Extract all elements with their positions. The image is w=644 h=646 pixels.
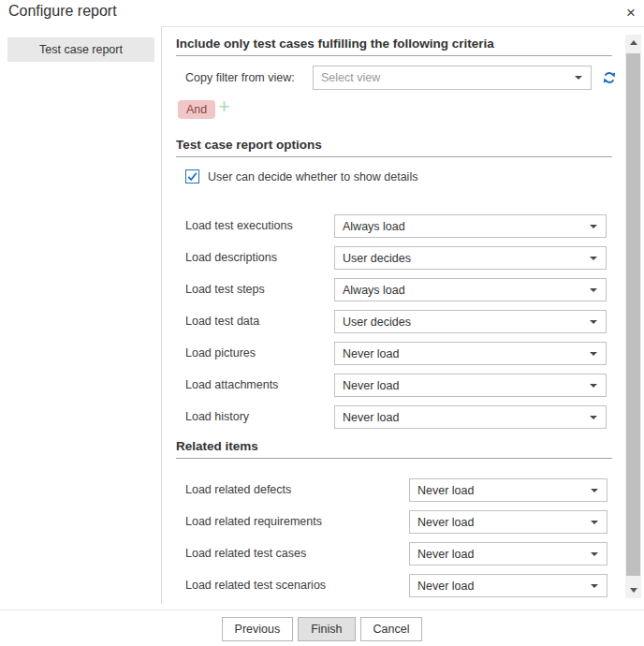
chevron-down-icon xyxy=(590,352,597,356)
sidebar-item-test-case-report[interactable]: Test case report xyxy=(7,37,154,62)
row-label: Load test steps xyxy=(185,278,265,301)
load-history-select[interactable]: Never load xyxy=(334,405,607,429)
select-value: Never load xyxy=(335,347,590,360)
load-attachments-row: Load attachments Never load xyxy=(176,374,612,397)
load-test-data-select[interactable]: User decides xyxy=(334,310,607,333)
load-pictures-row: Load pictures Never load xyxy=(176,342,612,365)
load-attachments-select[interactable]: Never load xyxy=(334,374,607,397)
refresh-icon[interactable] xyxy=(602,70,617,85)
load-descriptions-row: Load descriptions User decides xyxy=(176,246,612,270)
chevron-down-icon xyxy=(590,416,597,419)
chevron-down-icon xyxy=(591,489,598,492)
select-value: Never load xyxy=(410,548,591,561)
show-details-checkbox-row[interactable]: User can decide whether to show details xyxy=(185,169,417,184)
select-value: Always load xyxy=(335,284,590,297)
load-related-test-scenarios-select[interactable]: Never load xyxy=(409,574,607,597)
select-value: Never load xyxy=(410,516,591,529)
chevron-down-icon xyxy=(590,320,597,324)
load-test-executions-select[interactable]: Always load xyxy=(334,214,607,238)
chevron-down-icon xyxy=(590,384,597,388)
chevron-down-icon xyxy=(590,225,597,228)
load-pictures-select[interactable]: Never load xyxy=(334,342,607,365)
select-value: Never load xyxy=(410,580,591,593)
row-label: Load related defects xyxy=(185,478,291,502)
load-test-data-row: Load test data User decides xyxy=(176,310,612,333)
select-value: Always load xyxy=(335,220,590,233)
row-label: Load pictures xyxy=(185,342,256,365)
view-select[interactable]: Select view xyxy=(313,66,592,90)
chevron-down-icon xyxy=(575,76,582,80)
select-value: User decides xyxy=(335,316,590,329)
scroll-up-icon[interactable] xyxy=(625,35,641,51)
copy-filter-label: Copy filter from view: xyxy=(185,66,295,90)
row-label: Load descriptions xyxy=(185,246,277,270)
dialog-title: Configure report xyxy=(8,3,117,20)
load-test-steps-select[interactable]: Always load xyxy=(334,278,607,301)
scrollbar-thumb[interactable] xyxy=(626,53,640,576)
load-descriptions-select[interactable]: User decides xyxy=(334,246,607,270)
dialog-footer: Previous Finish Cancel xyxy=(0,609,644,646)
load-test-steps-row: Load test steps Always load xyxy=(176,278,612,301)
close-icon[interactable]: × xyxy=(626,4,636,22)
load-test-executions-row: Load test executions Always load xyxy=(176,214,612,238)
load-related-defects-select[interactable]: Never load xyxy=(409,478,607,502)
dialog-header: Configure report × xyxy=(0,0,644,27)
load-related-test-cases-row: Load related test cases Never load xyxy=(176,542,612,565)
row-label: Load test data xyxy=(185,310,259,333)
related-section-heading: Related items xyxy=(176,439,612,459)
row-label: Load related requirements xyxy=(185,510,322,534)
chevron-down-icon xyxy=(591,552,598,556)
criteria-section-heading: Include only test cases fulfilling the f… xyxy=(176,37,612,56)
vertical-scrollbar[interactable] xyxy=(625,35,641,598)
checked-checkbox-icon[interactable] xyxy=(185,169,199,184)
row-label: Load related test scenarios xyxy=(185,574,326,597)
select-value: User decides xyxy=(335,252,590,265)
chevron-down-icon xyxy=(591,521,598,524)
select-value: Never load xyxy=(335,411,590,424)
chevron-down-icon xyxy=(590,257,597,260)
load-related-test-cases-select[interactable]: Never load xyxy=(409,542,607,565)
view-select-placeholder: Select view xyxy=(314,71,575,84)
load-related-requirements-select[interactable]: Never load xyxy=(409,510,607,534)
chevron-down-icon xyxy=(590,288,597,292)
load-related-test-scenarios-row: Load related test scenarios Never load xyxy=(176,574,612,597)
select-value: Never load xyxy=(335,379,590,392)
configure-report-dialog: Configure report × Test case report Incl… xyxy=(0,0,644,646)
copy-filter-row: Copy filter from view: Select view xyxy=(176,66,612,90)
scroll-down-icon[interactable] xyxy=(625,582,641,598)
and-operator-badge[interactable]: And xyxy=(178,100,215,119)
select-value: Never load xyxy=(410,484,591,497)
report-config-panel: Include only test cases fulfilling the f… xyxy=(176,26,612,604)
row-label: Load history xyxy=(185,405,249,429)
load-related-requirements-row: Load related requirements Never load xyxy=(176,510,612,534)
load-related-defects-row: Load related defects Never load xyxy=(176,478,612,502)
cancel-button[interactable]: Cancel xyxy=(360,617,423,641)
report-type-sidebar: Test case report xyxy=(0,26,162,604)
finish-button[interactable]: Finish xyxy=(298,617,355,641)
row-label: Load test executions xyxy=(185,214,293,238)
show-details-checkbox-label: User can decide whether to show details xyxy=(208,170,417,184)
add-criteria-icon[interactable]: + xyxy=(218,95,230,118)
row-label: Load attachments xyxy=(185,374,278,397)
load-history-row: Load history Never load xyxy=(176,405,612,429)
row-label: Load related test cases xyxy=(185,542,306,565)
previous-button[interactable]: Previous xyxy=(222,617,294,641)
options-section-heading: Test case report options xyxy=(176,138,612,157)
chevron-down-icon xyxy=(591,584,598,588)
